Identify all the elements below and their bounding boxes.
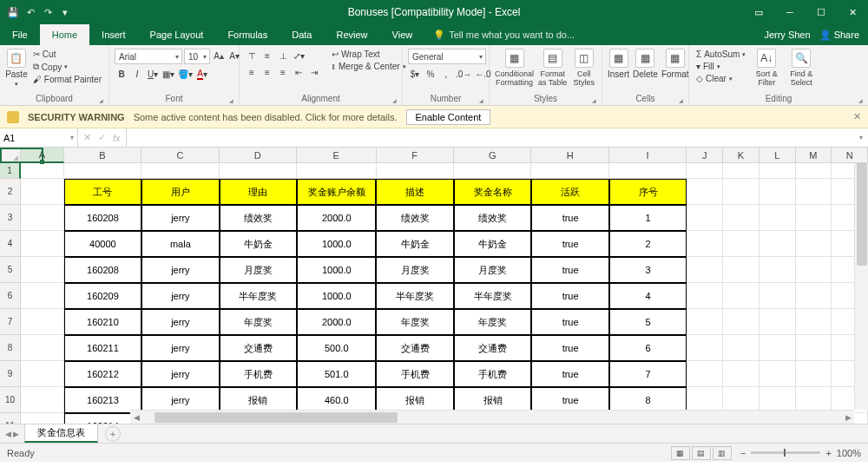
tell-me[interactable]: 💡 Tell me what you want to do... — [424, 24, 575, 45]
tab-file[interactable]: File — [0, 24, 40, 45]
table-header[interactable]: 描述 — [376, 179, 453, 205]
table-cell[interactable]: 牛奶金 — [376, 231, 453, 257]
underline-button[interactable]: U▾ — [146, 67, 160, 81]
row-header-4[interactable]: 4 — [0, 231, 21, 257]
user-name[interactable]: Jerry Shen — [764, 30, 810, 40]
table-cell[interactable]: jerry — [141, 257, 219, 283]
table-cell[interactable]: true — [531, 205, 608, 231]
spreadsheet-grid[interactable]: ABCDEFGHIJKLMN 1234567891011 工号用户理由奖金账户余… — [0, 148, 868, 424]
orientation-button[interactable]: ⤢▾ — [292, 49, 306, 62]
table-cell[interactable]: 牛奶金 — [454, 231, 531, 257]
table-cell[interactable]: 年度奖 — [220, 309, 297, 335]
zoom-in-button[interactable]: + — [825, 448, 831, 458]
table-cell[interactable]: 500.0 — [297, 335, 376, 361]
table-cell[interactable]: 1 — [609, 205, 687, 231]
indent-inc-button[interactable]: ⇥ — [307, 65, 321, 79]
name-box[interactable]: A1 — [0, 128, 78, 147]
row-header-8[interactable]: 8 — [0, 335, 21, 361]
tab-pagelayout[interactable]: Page Layout — [138, 24, 216, 45]
wrap-text-button[interactable]: ↩Wrap Text — [330, 49, 408, 60]
cancel-formula-icon[interactable]: ✕ — [83, 132, 91, 143]
horizontal-scrollbar[interactable]: ◀▶ — [130, 410, 854, 424]
align-bottom-button[interactable]: ⊥ — [276, 49, 290, 62]
font-name-combo[interactable]: Arial — [115, 49, 182, 64]
table-cell[interactable]: jerry — [141, 361, 219, 387]
col-header-N[interactable]: N — [832, 148, 868, 163]
number-format-combo[interactable]: General — [408, 49, 486, 64]
table-cell[interactable]: jerry — [141, 205, 219, 231]
table-header[interactable]: 理由 — [220, 179, 297, 205]
maximize-button[interactable]: ☐ — [806, 0, 837, 24]
cut-button[interactable]: ✂Cut — [31, 49, 103, 60]
row-header-5[interactable]: 5 — [0, 257, 21, 283]
table-cell[interactable]: jerry — [141, 309, 219, 335]
col-header-B[interactable]: B — [64, 148, 141, 163]
table-cell[interactable]: 手机费 — [220, 361, 297, 387]
table-cell[interactable]: 年度奖 — [376, 309, 453, 335]
col-header-C[interactable]: C — [141, 148, 219, 163]
view-normal-button[interactable]: ▦ — [671, 446, 690, 460]
qat-more-icon[interactable]: ▾ — [59, 6, 71, 18]
view-pagebreak-button[interactable]: ▥ — [713, 446, 732, 460]
sheet-nav-prev[interactable]: ◀ — [5, 430, 11, 438]
row-header-2[interactable]: 2 — [0, 179, 21, 205]
table-header[interactable]: 用户 — [141, 179, 219, 205]
table-cell[interactable]: 交通费 — [376, 335, 453, 361]
table-cell[interactable]: 501.0 — [297, 361, 376, 387]
table-cell[interactable]: true — [531, 309, 608, 335]
table-cell[interactable]: 6 — [609, 335, 687, 361]
table-cell[interactable]: 年度奖 — [454, 309, 531, 335]
format-as-table-button[interactable]: ▤Format as Table — [537, 49, 568, 87]
autosum-button[interactable]: ΣAutoSum▾ — [694, 49, 747, 60]
col-header-H[interactable]: H — [531, 148, 608, 163]
col-header-I[interactable]: I — [609, 148, 687, 163]
table-cell[interactable]: 160208 — [64, 205, 141, 231]
enter-formula-icon[interactable]: ✓ — [98, 132, 106, 143]
table-cell[interactable]: 160211 — [64, 335, 141, 361]
share-button[interactable]: 👤 Share — [819, 30, 859, 41]
col-header-D[interactable]: D — [220, 148, 297, 163]
table-cell[interactable]: 3 — [609, 257, 687, 283]
bold-button[interactable]: B — [115, 67, 128, 81]
table-cell[interactable]: 月度奖 — [454, 257, 531, 283]
tab-view[interactable]: View — [380, 24, 425, 45]
copy-button[interactable]: ⧉Copy▾ — [31, 61, 103, 73]
paste-button[interactable]: 📋Paste▾ — [5, 49, 28, 88]
row-header-9[interactable]: 9 — [0, 361, 21, 387]
table-cell[interactable]: 160208 — [64, 257, 141, 283]
row-header-11[interactable]: 11 — [0, 413, 21, 424]
find-select-button[interactable]: 🔍Find & Select — [786, 49, 817, 87]
table-header[interactable]: 活跃 — [531, 179, 608, 205]
row-header-10[interactable]: 10 — [0, 387, 21, 413]
table-cell[interactable]: 5 — [609, 309, 687, 335]
table-cell[interactable]: 半年度奖 — [454, 283, 531, 309]
table-cell[interactable]: jerry — [141, 335, 219, 361]
table-cell[interactable]: true — [531, 257, 608, 283]
fill-button[interactable]: ▾Fill▾ — [694, 61, 747, 72]
inc-decimal-button[interactable]: .0→ — [455, 67, 472, 81]
table-cell[interactable]: true — [531, 335, 608, 361]
tab-review[interactable]: Review — [324, 24, 379, 45]
tab-insert[interactable]: Insert — [89, 24, 138, 45]
vertical-scrollbar[interactable] — [854, 148, 868, 410]
table-cell[interactable]: 160212 — [64, 361, 141, 387]
col-header-E[interactable]: E — [297, 148, 376, 163]
format-painter-button[interactable]: 🖌Format Painter — [31, 74, 103, 85]
sheet-nav-next[interactable]: ▶ — [13, 430, 19, 438]
view-pagelayout-button[interactable]: ▤ — [692, 446, 711, 460]
percent-button[interactable]: % — [424, 67, 437, 81]
format-cells-button[interactable]: ▦Format — [661, 49, 689, 79]
tab-data[interactable]: Data — [279, 24, 324, 45]
cell-styles-button[interactable]: ◫Cell Styles — [571, 49, 596, 87]
table-cell[interactable]: 绩效奖 — [454, 205, 531, 231]
italic-button[interactable]: I — [130, 67, 144, 81]
formula-input[interactable] — [127, 128, 854, 147]
undo-icon[interactable]: ↶ — [24, 6, 36, 18]
table-cell[interactable]: 交通费 — [220, 335, 297, 361]
table-cell[interactable]: 160209 — [64, 283, 141, 309]
table-cell[interactable]: 牛奶金 — [220, 231, 297, 257]
table-cell[interactable]: 2 — [609, 231, 687, 257]
fill-color-button[interactable]: 🪣▾ — [177, 67, 194, 81]
align-right-button[interactable]: ≡ — [276, 65, 290, 79]
table-cell[interactable]: 手机费 — [376, 361, 453, 387]
